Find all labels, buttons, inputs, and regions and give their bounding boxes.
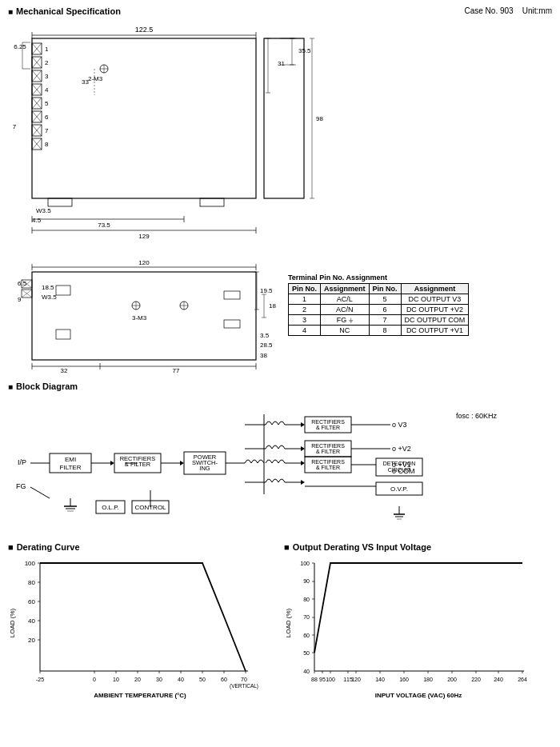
block-diagram-title: Block Diagram <box>16 381 78 391</box>
svg-text:AMBIENT TEMPERATURE (°C): AMBIENT TEMPERATURE (°C) <box>94 692 186 699</box>
output-derating-container: Output Derating VS Input Voltage 100 90 … <box>284 542 552 705</box>
mech-spec-header: Mechanical Specification <box>8 6 121 16</box>
svg-text:40: 40 <box>303 669 310 674</box>
svg-text:ING: ING <box>199 465 210 472</box>
svg-text:80: 80 <box>303 597 310 602</box>
svg-text:100: 100 <box>300 561 310 566</box>
svg-marker-129 <box>110 461 114 465</box>
svg-text:264: 264 <box>518 677 527 682</box>
svg-text:31: 31 <box>278 60 285 67</box>
output-derating-header: Output Derating VS Input Voltage <box>284 542 552 552</box>
svg-text:20: 20 <box>134 677 141 682</box>
table-row: 3FG ⏚7DC OUTPUT COM <box>289 315 469 326</box>
svg-text:5: 5 <box>45 100 49 107</box>
svg-rect-63 <box>48 198 72 206</box>
svg-text:60: 60 <box>221 677 227 682</box>
svg-text:95: 95 <box>319 677 326 682</box>
svg-text:10: 10 <box>113 677 119 682</box>
svg-text:4.5: 4.5 <box>32 217 42 224</box>
svg-text:70: 70 <box>303 614 310 620</box>
table-row: 1AC/L5DC OUTPUT V3 <box>289 294 469 305</box>
svg-text:RECTIFIERS: RECTIFIERS <box>311 419 345 425</box>
svg-rect-64 <box>200 198 224 206</box>
output-derating-title: Output Derating VS Input Voltage <box>293 542 431 552</box>
table-cell: 2 <box>289 305 321 315</box>
table-cell: 6 <box>369 305 401 315</box>
svg-text:140: 140 <box>375 677 385 682</box>
table-cell: AC/N <box>321 305 370 315</box>
svg-text:200: 200 <box>447 677 457 682</box>
mech-header-row: Mechanical Specification Case No. 903 Un… <box>8 6 552 19</box>
svg-text:100: 100 <box>25 560 36 567</box>
derating-curve-container: Derating Curve 100 80 60 40 20 <box>8 542 276 705</box>
svg-text:50: 50 <box>199 677 206 682</box>
top-mechanical-drawing: 122.5 6.25 1 2 <box>8 21 552 254</box>
case-no: Case No. 903 <box>464 6 513 15</box>
svg-text:7: 7 <box>45 127 49 134</box>
svg-rect-91 <box>56 330 70 339</box>
svg-text:7: 7 <box>13 123 17 130</box>
charts-row: Derating Curve 100 80 60 40 20 <box>8 542 552 705</box>
svg-text:120: 120 <box>138 259 150 266</box>
table-cell: DC OUTPUT V3 <box>401 294 469 305</box>
table-cell: DC OUTPUT +V1 <box>401 326 469 336</box>
svg-text:& FILTER: & FILTER <box>125 461 151 468</box>
svg-text:100: 100 <box>326 677 335 682</box>
output-derating-svg: 100 90 80 70 60 50 40 88 95 <box>284 555 548 703</box>
svg-text:2: 2 <box>45 59 49 66</box>
svg-text:129: 129 <box>138 233 150 240</box>
svg-text:35.5: 35.5 <box>298 47 311 54</box>
svg-text:& FILTER: & FILTER <box>316 465 340 470</box>
svg-text:fosc : 60KHz: fosc : 60KHz <box>456 412 498 420</box>
ip-label: I/P <box>18 458 26 466</box>
svg-rect-100 <box>224 320 240 328</box>
svg-marker-151 <box>301 480 305 485</box>
svg-text:O.V.P.: O.V.P. <box>390 485 408 493</box>
svg-text:-25: -25 <box>36 677 44 682</box>
pin-table-title: Terminal Pin No. Assignment <box>288 274 552 282</box>
svg-text:RECTIFIERS: RECTIFIERS <box>311 443 345 449</box>
fg-label: FG <box>16 482 26 490</box>
svg-text:77: 77 <box>173 367 180 374</box>
svg-text:80: 80 <box>28 579 35 586</box>
svg-marker-149 <box>301 461 305 465</box>
svg-text:70: 70 <box>241 677 247 682</box>
svg-text:& FILTER: & FILTER <box>316 449 340 454</box>
svg-text:28.5: 28.5 <box>260 342 273 349</box>
svg-text:6: 6 <box>45 114 49 121</box>
table-cell: 7 <box>369 315 401 326</box>
svg-text:INPUT VOLTAGE (VAC) 60Hz: INPUT VOLTAGE (VAC) 60Hz <box>375 692 462 699</box>
svg-text:88: 88 <box>311 677 318 682</box>
top-drawing-svg: 122.5 6.25 1 2 <box>8 21 552 253</box>
left-pins: 1 2 3 4 5 6 <box>32 43 49 150</box>
svg-text:& FILTER: & FILTER <box>316 425 340 430</box>
derating-curve-svg: 100 80 60 40 20 -25 0 10 <box>8 555 264 703</box>
svg-text:1: 1 <box>45 46 49 53</box>
svg-rect-4 <box>32 38 256 198</box>
svg-text:o +V2: o +V2 <box>392 445 411 453</box>
table-cell: DC OUTPUT COM <box>401 315 469 326</box>
svg-text:LOAD (%): LOAD (%) <box>285 608 292 637</box>
svg-text:19.5: 19.5 <box>260 287 273 294</box>
svg-text:6.25: 6.25 <box>14 43 26 50</box>
block-diagram-area: I/P FG EMI FILTER RECTIFIERS <box>8 394 552 536</box>
table-cell: 1 <box>289 294 321 305</box>
table-cell: 4 <box>289 326 321 336</box>
svg-text:160: 160 <box>399 677 409 682</box>
svg-text:20: 20 <box>28 637 35 644</box>
svg-text:o V3: o V3 <box>392 421 407 429</box>
col-assignment-2: Assignment <box>401 284 469 294</box>
bottom-section: 120 6.5 9 18.5 W3.5 <box>8 258 552 375</box>
table-row: 4NC8DC OUTPUT +V1 <box>289 326 469 336</box>
table-cell: DC OUTPUT +V2 <box>401 305 469 315</box>
svg-text:32: 32 <box>61 367 68 374</box>
derating-curve-header: Derating Curve <box>8 542 276 552</box>
table-cell: 3 <box>289 315 321 326</box>
svg-text:18.5: 18.5 <box>42 284 54 291</box>
svg-line-120 <box>30 487 50 498</box>
pin-table: Pin No. Assignment Pin No. Assignment 1A… <box>288 283 469 336</box>
svg-rect-90 <box>56 286 70 295</box>
pin-table-container: Terminal Pin No. Assignment Pin No. Assi… <box>288 258 552 375</box>
table-cell: FG ⏚ <box>321 315 370 326</box>
svg-text:9: 9 <box>18 296 22 303</box>
